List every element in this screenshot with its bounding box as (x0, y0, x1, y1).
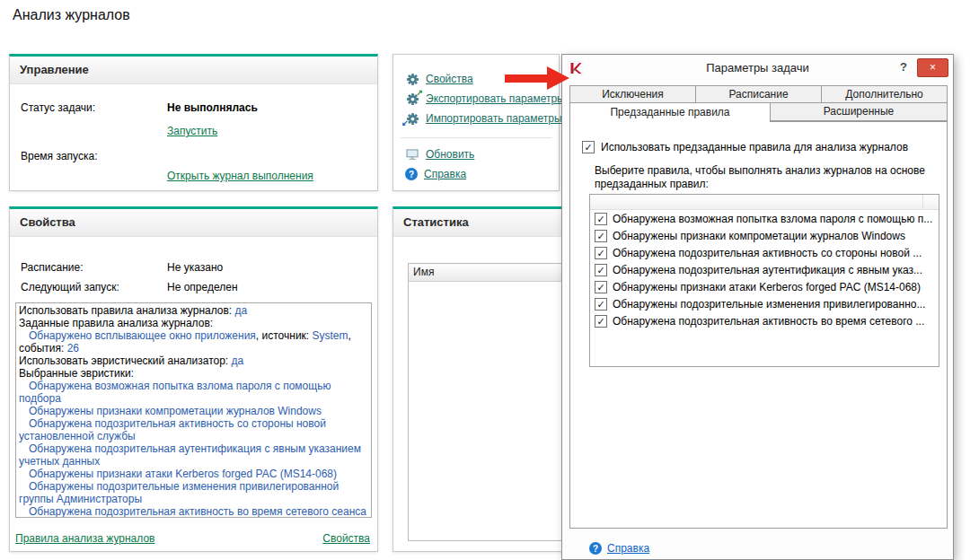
import-settings-label: Импортировать параметры (426, 112, 562, 125)
rule-row[interactable]: ✓Обнаружены признаки компрометации журна… (590, 227, 939, 244)
page-title: Анализ журналов (13, 7, 130, 23)
rule-checkbox[interactable]: ✓ (595, 213, 607, 225)
action-export-settings[interactable]: ↗ Экспортировать параметры (405, 91, 565, 107)
help-icon: ? (589, 542, 602, 555)
start-task-link[interactable]: Запустить (167, 125, 217, 137)
open-execution-log-link[interactable]: Открыть журнал выполнения (167, 170, 313, 182)
tab-exclusions[interactable]: Исключения (569, 85, 696, 103)
close-button[interactable]: × (917, 58, 948, 77)
rule-row[interactable]: ✓Обнаружена подозрительная активность со… (590, 244, 939, 261)
dialog-help-link-row[interactable]: ? Справка (589, 542, 649, 555)
rules-list-header-corner (922, 195, 939, 209)
tab-schedule[interactable]: Расписание (695, 85, 822, 103)
export-settings-label: Экспортировать параметры (426, 92, 565, 105)
action-refresh[interactable]: Обновить (405, 146, 474, 162)
rule-row[interactable]: ✓Обнаружена подозрительная аутентификаци… (590, 261, 939, 278)
rule-checkbox[interactable]: ✓ (595, 281, 607, 293)
detail-line: Обнаружены признаки компрометации журнал… (19, 405, 368, 417)
schedule-label: Расписание: (21, 261, 84, 274)
properties-panel: Свойства Расписание: Не указано Следующи… (9, 206, 378, 552)
gear-icon (405, 72, 419, 86)
task-parameters-dialog: Параметры задачи ? × Исключения Расписан… (561, 54, 954, 560)
task-status-value: Не выполнялась (167, 101, 258, 114)
rule-label: Обнаружена подозрительная активность во … (613, 315, 924, 328)
rule-label: Обнаружены признаки компрометации журнал… (613, 230, 905, 242)
detail-line: Обнаружена подозрительная активность во … (19, 505, 368, 518)
export-settings-icon: ↗ (405, 92, 419, 106)
next-run-label: Следующий запуск: (21, 281, 119, 293)
detail-line: Использовать правила анализа журналов: д… (19, 304, 368, 317)
rule-checkbox[interactable]: ✓ (595, 264, 607, 276)
dialog-title: Параметры задачи (562, 55, 953, 82)
dialog-help-button[interactable]: ? (895, 60, 912, 75)
rule-label: Обнаружены признаки атаки Kerberos forge… (613, 281, 921, 293)
dialog-titlebar: Параметры задачи ? × (562, 55, 953, 82)
detail-line: Обнаружены подозрительные изменения прив… (19, 480, 368, 505)
detail-line: Заданные правила анализа журналов: (19, 317, 368, 329)
rule-checkbox[interactable]: ✓ (595, 247, 607, 259)
detail-line: Обнаружено всплывающее окно приложения, … (19, 329, 368, 354)
start-time-label: Время запуска: (21, 150, 98, 162)
select-rules-label: Выберите правила, чтобы выполнять анализ… (595, 164, 929, 191)
detail-line: Обнаружена возможная попытка взлома паро… (19, 380, 368, 405)
tab-predefined-rules[interactable]: Предзаданные правила (569, 102, 771, 122)
rules-list-header (590, 195, 939, 210)
schedule-value: Не указано (167, 261, 223, 274)
detail-line: Обнаружена подозрительная аутентификация… (19, 442, 368, 468)
properties-panel-title: Свойства (10, 209, 377, 237)
refresh-label: Обновить (426, 148, 474, 161)
action-import-settings[interactable]: ↙ Импортировать параметры (405, 110, 562, 127)
task-details-box: Использовать правила анализа журналов: д… (15, 302, 372, 518)
rule-label: Обнаружена подозрительная аутентификация… (613, 264, 922, 276)
rule-checkbox[interactable]: ✓ (595, 298, 607, 311)
action-help[interactable]: ? Справка (405, 166, 466, 182)
kaspersky-logo-icon (569, 61, 583, 75)
import-settings-icon: ↙ (405, 111, 419, 126)
use-predefined-rules-row: ✓ Использовать предзаданные правила для … (582, 141, 908, 153)
action-properties[interactable]: Свойства (405, 71, 473, 87)
management-panel: Управление Статус задачи: Не выполнялась… (9, 54, 378, 191)
use-predefined-rules-checkbox[interactable]: ✓ (582, 141, 595, 153)
rule-row[interactable]: ✓Обнаружена подозрительная активность во… (590, 312, 939, 329)
log-analysis-rules-link[interactable]: Правила анализа журналов (15, 532, 154, 545)
rule-row[interactable]: ✓Обнаружены признаки атаки Kerberos forg… (590, 278, 939, 295)
detail-line: Выбранные эвристики: (19, 367, 368, 380)
help-label: Справка (424, 168, 466, 180)
rule-row[interactable]: ✓Обнаружены подозрительные изменения при… (590, 295, 939, 312)
task-status-label: Статус задачи: (21, 101, 95, 114)
detail-line: Использовать эвристический анализатор: д… (19, 354, 368, 367)
detail-line: Обнаружена подозрительная активность со … (19, 417, 368, 442)
actions-divider (401, 137, 551, 138)
tab-additional[interactable]: Дополнительно (821, 85, 948, 103)
rule-checkbox[interactable]: ✓ (595, 230, 607, 242)
management-panel-title: Управление (10, 57, 377, 84)
rule-label: Обнаружена возможная попытка взлома паро… (613, 213, 932, 225)
properties-action-label: Свойства (426, 73, 473, 85)
detail-line: Обнаружены признаки атаки Kerberos forge… (19, 468, 368, 480)
tab-advanced[interactable]: Расширенные (770, 102, 948, 121)
use-predefined-rules-label: Использовать предзаданные правила для ан… (601, 141, 908, 153)
properties-footer-link[interactable]: Свойства (322, 532, 370, 545)
rule-row[interactable]: ✓Обнаружена возможная попытка взлома пар… (590, 210, 939, 227)
rule-checkbox[interactable]: ✓ (595, 315, 607, 328)
rule-label: Обнаружена подозрительная активность со … (613, 247, 922, 259)
task-actions-panel: Свойства ↗ Экспортировать параметры ↙ Им… (392, 54, 560, 191)
dialog-tabs: Исключения Расписание Дополнительно Пред… (569, 85, 948, 122)
close-icon: × (930, 61, 936, 74)
rules-list-rows: ✓Обнаружена возможная попытка взлома пар… (590, 210, 939, 329)
help-icon: ? (405, 168, 418, 180)
next-run-value: Не определен (167, 281, 238, 293)
rule-label: Обнаружены подозрительные изменения прив… (613, 298, 925, 311)
rules-list: ✓Обнаружена возможная попытка взлома пар… (589, 194, 939, 367)
refresh-icon (405, 147, 419, 162)
dialog-help-link: Справка (607, 542, 649, 555)
